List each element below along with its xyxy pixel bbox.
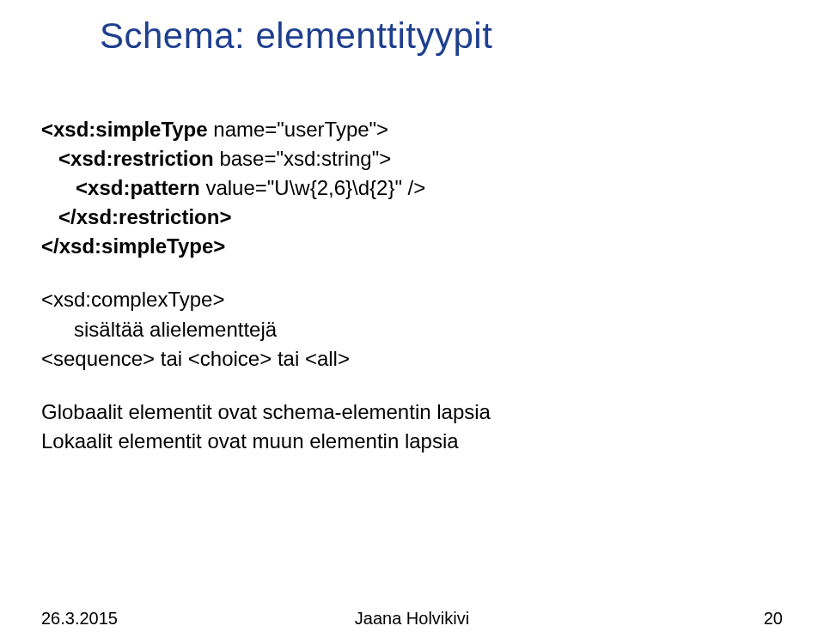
- body-line: <xsd:complexType>: [41, 285, 783, 314]
- slide: Schema: elementtityypit <xsd:simpleType …: [0, 0, 824, 644]
- code-line-1: <xsd:simpleType name="userType">: [41, 118, 388, 141]
- footer-author: Jaana Holvikivi: [355, 609, 469, 629]
- body-line: <sequence> tai <choice> tai <all>: [41, 344, 783, 374]
- body-block-1: <xsd:complexType> sisältää alielementtej…: [41, 285, 783, 373]
- body-line: Lokaalit elementit ovat muun elementin l…: [41, 427, 783, 456]
- code-block: <xsd:simpleType name="userType"> <xsd:re…: [41, 86, 783, 261]
- body-block-2: Globaalit elementit ovat schema-elementi…: [41, 398, 783, 456]
- code-line-4: </xsd:restriction>: [41, 205, 231, 228]
- footer-date: 26.3.2015: [41, 609, 118, 629]
- body-line: sisältää alielementtejä: [41, 315, 783, 344]
- slide-title: Schema: elementtityypit: [100, 15, 783, 57]
- code-line-3: <xsd:pattern value="U\w{2,6}\d{2}" />: [41, 176, 425, 199]
- code-line-2: <xsd:restriction base="xsd:string">: [41, 147, 391, 170]
- footer: 26.3.2015 Jaana Holvikivi 20: [0, 609, 824, 629]
- footer-page-number: 20: [764, 609, 783, 629]
- body-line: Globaalit elementit ovat schema-elementi…: [41, 398, 783, 427]
- code-line-5: </xsd:simpleType>: [41, 234, 225, 258]
